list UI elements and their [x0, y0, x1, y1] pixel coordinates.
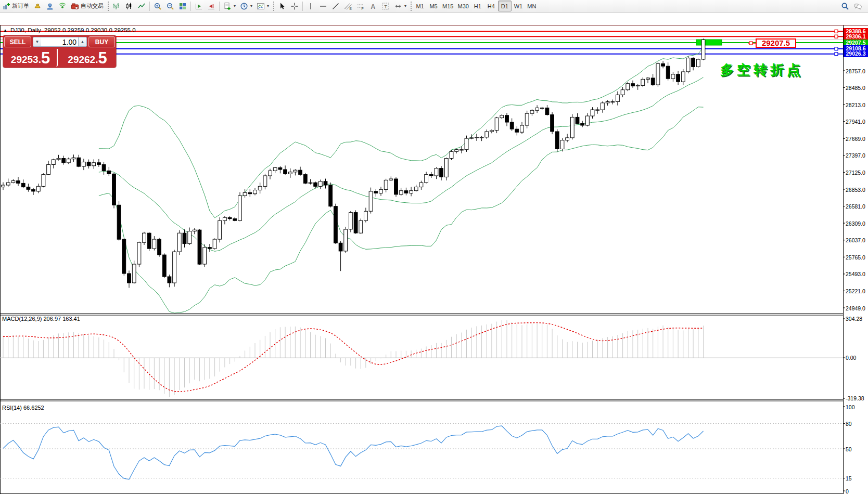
- indicators-button[interactable]: ▾: [254, 1, 271, 11]
- dropdown-caret-icon[interactable]: ▾: [404, 4, 406, 8]
- periods-button-glyph: [240, 2, 248, 10]
- toolbar-drag-handle[interactable]: [272, 2, 275, 11]
- rsi-line: [3, 426, 704, 479]
- profile-icon[interactable]: [44, 1, 56, 11]
- buy-button[interactable]: BUY: [88, 36, 115, 47]
- price-tick-label: 25221.0: [846, 288, 865, 294]
- toolbar: 新订单自动交易▾▾▾EFAT▾M1M5M15M30H1H4D1W1MN: [0, 0, 868, 12]
- text-label-button[interactable]: T: [379, 1, 392, 11]
- toolbar-drag-handle[interactable]: [410, 2, 412, 11]
- autotrading-button[interactable]: 自动交易: [69, 1, 106, 11]
- price-tick-label: 26853.0: [846, 187, 865, 193]
- rsi-scale-label: 100: [846, 404, 855, 410]
- svg-text:T: T: [384, 3, 387, 9]
- one-click-trading-panel: SELL ▼ ▲ BUY 29253.5 29262.5: [3, 35, 116, 68]
- buy-price-display[interactable]: 29262.5: [60, 49, 115, 67]
- indicators-button-glyph: [257, 2, 265, 10]
- timeframe-m15-button[interactable]: M15: [440, 1, 455, 11]
- signals-icon[interactable]: [56, 1, 69, 11]
- sell-price-display[interactable]: 29253.5: [4, 49, 58, 67]
- chat-icon-glyph: [853, 2, 862, 10]
- price-tick-label: 27669.0: [846, 136, 865, 142]
- sell-button[interactable]: SELL: [4, 36, 31, 47]
- text-button[interactable]: A: [367, 1, 379, 11]
- chart-symbol-period: DJ30, Daily: [10, 27, 41, 33]
- new-order-button[interactable]: 新订单: [0, 1, 31, 11]
- volume-decrease-button[interactable]: ▼: [33, 37, 42, 47]
- rsi-scale-label: 50: [846, 446, 852, 452]
- price-tick-label: 24949.0: [846, 305, 865, 311]
- search-icon[interactable]: [839, 1, 851, 11]
- price-tick-label: 25765.0: [846, 254, 865, 261]
- dropdown-caret-icon[interactable]: ▾: [267, 4, 269, 8]
- timeframe-m30-button[interactable]: M30: [455, 1, 470, 11]
- dropdown-caret-icon[interactable]: ▾: [250, 4, 252, 8]
- timeframe-m5-button[interactable]: M5: [427, 1, 440, 11]
- channels-button-glyph: F: [356, 2, 365, 10]
- timeframe-h1-button[interactable]: H1: [471, 1, 484, 11]
- timeframe-mn-button[interactable]: MN: [525, 1, 539, 11]
- window-menu-arrow-icon[interactable]: ▲: [3, 28, 7, 33]
- candlestick-chart-button[interactable]: [123, 1, 135, 11]
- horizontal-line-button-glyph: [319, 2, 327, 10]
- candlestick-chart-button-glyph: [125, 2, 133, 10]
- volume-increase-button[interactable]: ▲: [78, 37, 87, 47]
- price-tick-label: 26309.0: [846, 220, 865, 227]
- channels-button[interactable]: F: [354, 1, 367, 11]
- macd-scale-zero: 0.00: [846, 355, 856, 361]
- trendline-button[interactable]: [329, 1, 342, 11]
- gold-ingot-icon[interactable]: [31, 1, 44, 11]
- zoom-in-button[interactable]: [151, 1, 164, 11]
- chart-window[interactable]: ▲ DJ30, Daily 29052.0 29259.0 29030.0 29…: [0, 12, 868, 494]
- auto-scroll-button[interactable]: [193, 1, 205, 11]
- price-tick-label: 28485.0: [846, 85, 865, 91]
- chart-svg[interactable]: [0, 25, 868, 494]
- arrows-button[interactable]: ▾: [392, 1, 409, 11]
- timeframe-d1-button[interactable]: D1: [498, 1, 512, 11]
- zoom-out-button[interactable]: [164, 1, 176, 11]
- crosshair-button[interactable]: [288, 1, 301, 11]
- toolbar-separator: [190, 2, 191, 11]
- svg-text:A: A: [371, 3, 376, 10]
- autotrading-button-glyph: [71, 2, 79, 10]
- fibonacci-button[interactable]: E: [342, 1, 354, 11]
- price-tick-label: 25493.0: [846, 271, 865, 277]
- timeframe-h4-button[interactable]: H4: [484, 1, 498, 11]
- svg-text:E: E: [350, 6, 352, 10]
- highlight-rect[interactable]: [696, 40, 722, 45]
- toolbar-drag-handle[interactable]: [107, 2, 109, 11]
- templates-button[interactable]: ▾: [221, 1, 238, 11]
- cursor-button[interactable]: [276, 1, 288, 11]
- vertical-line-button[interactable]: [304, 1, 317, 11]
- axis-ticks: [13, 71, 845, 494]
- chart-ohlc-values: 29052.0 29259.0 29030.0 29255.0: [44, 27, 136, 33]
- chart-title: ▲ DJ30, Daily 29052.0 29259.0 29030.0 29…: [3, 27, 136, 34]
- new-order-button-label: 新订单: [12, 2, 29, 10]
- annotation-text[interactable]: 多空转折点: [720, 61, 803, 79]
- rsi-levels: [0, 423, 843, 478]
- horizontal-line-button[interactable]: [317, 1, 329, 11]
- gold-ingot-icon-glyph: [33, 2, 42, 10]
- timeframe-w1-button[interactable]: W1: [512, 1, 525, 11]
- macd-scale-min: -319.38: [846, 395, 864, 401]
- chat-icon[interactable]: [851, 1, 864, 11]
- zoom-in-button-glyph: [154, 2, 162, 10]
- periods-button[interactable]: ▾: [238, 1, 254, 11]
- rsi-scale-label: 80: [846, 421, 852, 427]
- tile-windows-button-glyph: [178, 2, 187, 10]
- vertical-line-button-glyph: [307, 2, 315, 10]
- profile-icon-glyph: [46, 2, 54, 10]
- candles-layer: [2, 38, 705, 288]
- dropdown-caret-icon[interactable]: ▾: [234, 4, 236, 8]
- chart-shift-button[interactable]: [205, 1, 218, 11]
- macd-label: MACD(12,26,9) 206.97 163.41: [2, 316, 80, 322]
- bar-chart-button[interactable]: [110, 1, 123, 11]
- price-tag-box[interactable]: 29207.5: [756, 38, 796, 48]
- tile-windows-button[interactable]: [176, 1, 189, 11]
- line-chart-button[interactable]: [135, 1, 148, 11]
- volume-input[interactable]: [41, 37, 79, 47]
- timeframe-m1-button[interactable]: M1: [413, 1, 427, 11]
- bar-chart-button-glyph: [112, 2, 121, 10]
- line-chart-button-glyph: [137, 2, 146, 10]
- sell-price-main: 29253: [11, 54, 39, 66]
